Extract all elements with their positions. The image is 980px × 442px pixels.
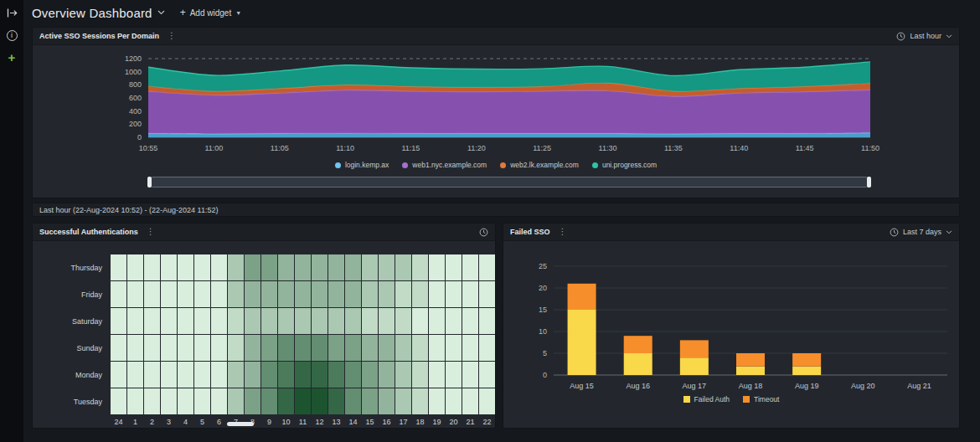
legend-item-web2-lk-example-com[interactable]: web2.lk.example.com — [500, 161, 579, 169]
heatmap-cell — [479, 335, 495, 361]
slider-handle-left[interactable] — [147, 177, 152, 188]
heatmap-cell — [178, 254, 193, 280]
svg-text:11:45: 11:45 — [796, 144, 814, 152]
heatmap-row-label: Saturday — [36, 308, 110, 334]
heatmap-cell — [379, 308, 395, 334]
heatmap-cell — [278, 281, 294, 307]
heatmap-cell — [127, 308, 143, 334]
heatmap-cell — [111, 308, 126, 334]
legend-label: Failed Auth — [694, 395, 730, 403]
svg-text:Aug 19: Aug 19 — [795, 382, 819, 390]
add-widget-button[interactable]: + Add widget ▼ — [180, 7, 241, 18]
chevron-down-icon — [946, 230, 952, 234]
sso-stacked-area-chart: 02004006008001000120010:5511:0011:0511:1… — [33, 50, 961, 159]
heatmap-cell — [462, 335, 478, 361]
heatmap-column-label: 15 — [362, 415, 378, 427]
legend-item-uni-progress-com[interactable]: uni.progress.com — [592, 161, 657, 169]
heatmap-cell — [261, 308, 277, 334]
heatmap-cell — [412, 308, 428, 334]
svg-text:Aug 16: Aug 16 — [626, 382, 650, 390]
legend-label: web2.lk.example.com — [510, 161, 579, 169]
heatmap-cell — [211, 254, 227, 280]
heatmap-cell — [127, 254, 143, 280]
heatmap-cell — [312, 388, 328, 414]
clock-icon[interactable] — [479, 228, 488, 237]
svg-text:200: 200 — [129, 120, 142, 128]
heatmap-cell — [345, 308, 361, 334]
heatmap-cell — [194, 254, 210, 280]
heatmap-cell — [395, 308, 411, 334]
time-range-slider[interactable] — [148, 176, 870, 189]
svg-text:15: 15 — [539, 306, 547, 314]
svg-text:800: 800 — [129, 80, 142, 89]
heatmap-cell — [127, 281, 143, 307]
svg-text:11:05: 11:05 — [271, 144, 289, 152]
horizontal-scrollbar-thumb[interactable] — [227, 422, 254, 426]
heatmap-cell — [144, 254, 160, 280]
legend-item-failed-auth[interactable]: Failed Auth — [683, 395, 730, 403]
heatmap-cell — [111, 281, 126, 307]
legend-item-web1-nyc-example-com[interactable]: web1.nyc.example.com — [402, 161, 487, 169]
svg-text:11:00: 11:00 — [204, 144, 223, 152]
svg-text:0: 0 — [543, 371, 547, 379]
heatmap-cell — [429, 308, 445, 334]
dashboard-title-dropdown[interactable]: Overview Dashboard — [32, 6, 165, 20]
heatmap-cell — [111, 388, 126, 414]
info-icon[interactable]: i — [4, 28, 19, 42]
heatmap-cell — [446, 308, 462, 334]
heatmap-cell — [144, 335, 160, 361]
heatmap-cell — [429, 254, 445, 280]
heatmap-row-label: Friday — [36, 281, 110, 307]
time-range-selector[interactable]: Last hour — [896, 32, 952, 41]
heatmap-cell — [379, 388, 395, 414]
heatmap-cell — [462, 281, 478, 307]
legend-item-timeout[interactable]: Timeout — [743, 395, 779, 403]
heatmap-cell — [194, 388, 210, 414]
heatmap-column-label: 22 — [479, 415, 495, 427]
heatmap-cell — [479, 308, 495, 334]
heatmap-cell — [462, 362, 478, 388]
legend-item-login-kemp-ax[interactable]: login.kemp.ax — [335, 161, 389, 169]
heatmap-cell — [178, 335, 193, 361]
heatmap-cell — [211, 335, 227, 361]
heatmap-column-label: 4 — [178, 415, 193, 427]
time-range-label: Last 7 days — [903, 228, 941, 236]
heatmap-column-label: 12 — [312, 415, 328, 427]
heatmap-cell — [429, 335, 445, 361]
heatmap-cell — [278, 388, 294, 414]
legend-swatch — [335, 162, 341, 168]
heatmap-cell — [278, 335, 294, 361]
heatmap-cell — [345, 335, 361, 361]
failed-sso-bar-chart: 0510152025Aug 15Aug 16Aug 17Aug 18Aug 19… — [505, 253, 957, 393]
plus-icon: + — [8, 52, 16, 64]
heatmap-cell — [161, 335, 177, 361]
heatmap-cell — [362, 281, 378, 307]
heatmap-row-label: Thursday — [36, 254, 110, 280]
heatmap-cell — [462, 308, 478, 334]
heatmap-cell — [312, 308, 328, 334]
heatmap-column-label: 5 — [194, 415, 210, 427]
slider-handle-right[interactable] — [867, 177, 871, 188]
heatmap-cell — [245, 308, 260, 334]
legend-swatch — [683, 396, 690, 403]
heatmap-cell — [127, 335, 143, 361]
widget-menu-icon[interactable]: ⋮ — [145, 228, 157, 236]
page-title: Overview Dashboard — [32, 6, 152, 20]
widget-menu-icon[interactable]: ⋮ — [557, 228, 569, 236]
add-dashboard-icon[interactable]: + — [4, 51, 19, 64]
heatmap-cell — [295, 362, 311, 388]
heatmap-cell — [379, 335, 395, 361]
heatmap-cell — [395, 362, 411, 388]
time-range-selector[interactable]: Last 7 days — [890, 228, 952, 237]
heatmap-cell — [295, 335, 311, 361]
heatmap-column-label: 11 — [295, 415, 311, 427]
svg-text:11:50: 11:50 — [861, 144, 879, 152]
main-area: Overview Dashboard + Add widget ▼ Active… — [23, 0, 980, 442]
expand-sidebar-icon[interactable] — [4, 6, 19, 19]
heatmap-cell — [379, 281, 395, 307]
slider-track[interactable] — [148, 177, 870, 188]
widget-menu-icon[interactable]: ⋮ — [166, 32, 178, 40]
heatmap-cell — [446, 281, 462, 307]
heatmap-cell — [261, 335, 277, 361]
time-range-summary: Last hour (22-Aug-2024 10:52) - (22-Aug-… — [32, 203, 960, 217]
